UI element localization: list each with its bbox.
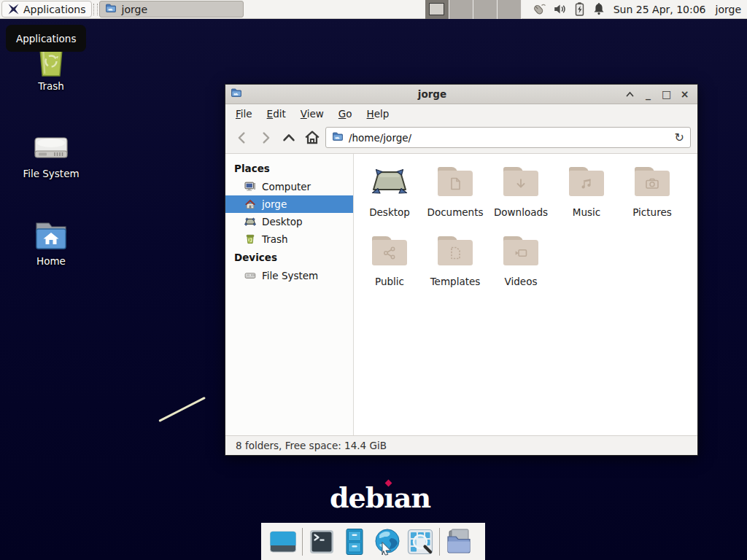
file-manager-window: jorge _□× FileEditViewGoHelp /home/jorge…	[225, 84, 698, 456]
dock-separator	[439, 528, 440, 556]
up-button[interactable]	[279, 128, 298, 147]
taskbar-window-button[interactable]: jorge	[99, 1, 244, 18]
trash-icon	[244, 233, 256, 245]
menu-view[interactable]: View	[294, 106, 330, 122]
stray-line-artifact	[158, 397, 206, 422]
drive-icon	[244, 270, 256, 281]
system-tray	[531, 1, 605, 17]
path-folder-icon	[332, 131, 344, 144]
xfce-applications-icon	[7, 3, 20, 15]
forward-button[interactable]	[255, 128, 275, 147]
workspace-4[interactable]	[498, 0, 522, 19]
workspace-3[interactable]	[473, 0, 498, 19]
file-item-label: Downloads	[494, 206, 548, 218]
home-button[interactable]	[302, 128, 322, 147]
sidebar-item-label: File System	[262, 270, 318, 281]
desktop[interactable]: Applications jorge Sun 25 Apr, 10:06 jor…	[0, 0, 747, 560]
top-panel: Applications jorge Sun 25 Apr, 10:06 jor…	[0, 0, 747, 19]
clock[interactable]: Sun 25 Apr, 10:06	[614, 4, 706, 15]
menu-file[interactable]: File	[229, 106, 259, 122]
file-item-videos[interactable]: Videos	[488, 233, 554, 302]
menu-help[interactable]: Help	[360, 106, 396, 122]
file-item-label: Desktop	[369, 206, 410, 218]
file-item-label: Videos	[505, 276, 538, 287]
mouse-icon[interactable]	[531, 2, 546, 17]
file-item-label: Pictures	[632, 206, 671, 218]
file-item-desktop[interactable]: Desktop	[357, 163, 422, 233]
folder-icon	[569, 163, 604, 200]
desktop-icon	[244, 216, 256, 228]
taskbar-window-label: jorge	[122, 4, 147, 15]
folder-icon	[503, 163, 538, 200]
file-item-public[interactable]: Public	[357, 233, 422, 302]
sidebar-item-trash[interactable]: Trash	[225, 230, 353, 248]
home-folder-icon	[33, 214, 69, 252]
sidebar: PlacesComputerjorgeDesktopTrashDevicesFi…	[225, 154, 354, 435]
sidebar-header-places: Places	[225, 159, 353, 178]
volume-icon[interactable]	[553, 2, 567, 16]
path-text: /home/jorge/	[349, 132, 411, 144]
dock-file-manager-launcher[interactable]	[445, 528, 473, 556]
folder-icon	[371, 163, 408, 200]
menu-go[interactable]: Go	[332, 106, 359, 122]
sidebar-item-label: Computer	[262, 181, 311, 192]
sidebar-item-label: jorge	[262, 198, 287, 210]
desktop-icon-file-system[interactable]: File System	[15, 126, 88, 179]
sidebar-item-desktop[interactable]: Desktop	[225, 213, 353, 230]
toolbar: /home/jorge/ ↻	[225, 123, 697, 154]
debian-i: ı	[384, 481, 393, 514]
dock-web-browser-launcher[interactable]	[374, 528, 401, 556]
file-item-label: Templates	[430, 276, 481, 287]
folder-icon	[503, 233, 538, 269]
file-item-downloads[interactable]: Downloads	[488, 163, 554, 233]
statusbar: 8 folders, Free space: 14.4 GiB	[225, 435, 697, 455]
folder-icon	[438, 163, 473, 200]
desktop-icon-label: File System	[23, 168, 79, 179]
window-controls: _□×	[622, 87, 692, 102]
shade-button[interactable]	[622, 87, 638, 102]
minimize-button[interactable]: _	[640, 87, 656, 102]
sidebar-item-file-system[interactable]: File System	[225, 267, 353, 284]
debian-dot	[385, 480, 392, 487]
file-item-label: Public	[375, 276, 404, 287]
window-content: PlacesComputerjorgeDesktopTrashDevicesFi…	[225, 154, 697, 435]
dock-show-desktop-launcher[interactable]	[269, 528, 297, 556]
drive-icon	[33, 126, 69, 164]
sidebar-item-jorge[interactable]: jorge	[225, 195, 353, 213]
file-item-templates[interactable]: Templates	[422, 233, 488, 302]
location-bar[interactable]: /home/jorge/ ↻	[325, 127, 691, 148]
debian-logo: debıan	[330, 481, 430, 515]
close-button[interactable]: ×	[677, 87, 692, 102]
dock-separator	[302, 528, 303, 556]
sidebar-item-computer[interactable]: Computer	[225, 178, 353, 195]
computer-icon	[244, 181, 256, 192]
dock-file-cabinet-launcher[interactable]	[341, 528, 368, 556]
back-button[interactable]	[232, 128, 252, 147]
file-item-music[interactable]: Music	[554, 163, 619, 233]
sidebar-item-label: Trash	[262, 233, 288, 245]
bell-icon[interactable]	[592, 2, 605, 16]
folder-icon	[105, 2, 117, 16]
applications-menu-label: Applications	[23, 4, 86, 15]
maximize-button[interactable]: □	[659, 87, 674, 102]
sidebar-item-label: Desktop	[262, 216, 303, 228]
menu-edit[interactable]: Edit	[260, 106, 293, 122]
file-grid: DesktopDocumentsDownloadsMusicPicturesPu…	[354, 154, 697, 435]
applications-menu-button[interactable]: Applications	[1, 1, 92, 18]
workspace-1[interactable]	[425, 0, 449, 19]
folder-icon	[372, 233, 407, 269]
battery-icon[interactable]	[573, 1, 586, 17]
workspace-2[interactable]	[449, 0, 473, 19]
file-item-label: Music	[573, 206, 600, 218]
file-item-pictures[interactable]: Pictures	[619, 163, 685, 233]
file-item-documents[interactable]: Documents	[422, 163, 488, 233]
desktop-icon-home[interactable]: Home	[15, 214, 88, 267]
folder-icon	[635, 163, 670, 200]
username-label: jorge	[716, 4, 741, 15]
dock-terminal-launcher[interactable]	[308, 528, 336, 556]
titlebar[interactable]: jorge _□×	[225, 85, 697, 104]
home-icon	[244, 198, 256, 210]
reload-icon[interactable]: ↻	[675, 132, 684, 144]
dock-app-finder-launcher[interactable]	[406, 528, 434, 556]
workspace-switcher	[425, 0, 522, 19]
